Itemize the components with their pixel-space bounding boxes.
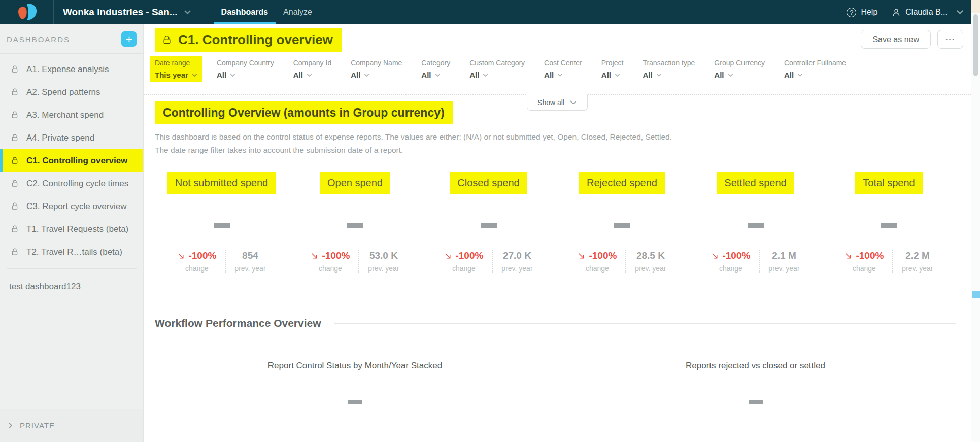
kpi-title: Total spend xyxy=(855,172,922,194)
kpi-prev-value: 28.5 K xyxy=(635,250,666,261)
sidebar-item-a4-private-spend[interactable]: A4. Private spend xyxy=(0,126,143,149)
page-title-text: C1. Controlling overview xyxy=(178,32,333,48)
sidebar-item-a1-expense-analysis[interactable]: A1. Expense analysis xyxy=(0,58,143,81)
kpi-change-label: change xyxy=(711,264,750,273)
tab-analyze[interactable]: Analyze xyxy=(276,0,320,24)
arrow-down-right-icon xyxy=(311,252,318,260)
filter-company-name[interactable]: Company Name All xyxy=(351,59,402,79)
kpi-change-label: change xyxy=(578,264,617,273)
kpi-title: Not submitted spend xyxy=(167,172,276,194)
filter-transaction-type[interactable]: Transaction type All xyxy=(643,59,695,79)
kpi-title: Open spend xyxy=(320,172,390,194)
arrow-down-right-icon xyxy=(711,252,719,260)
kpi-settled-spend: Settled spend -100% change 2.1 M prev. y… xyxy=(689,172,822,273)
sidebar-item-c1-controlling-overview[interactable]: C1. Controlling overview xyxy=(0,149,143,172)
org-selector[interactable]: Wonka Industries - San... xyxy=(54,0,200,24)
kpi-total-spend: Total spend -100% change 2.2 M prev. yea… xyxy=(822,172,956,273)
filter-date-range[interactable]: Date range This year xyxy=(150,56,202,82)
scrollbar-thumb[interactable] xyxy=(973,14,978,76)
chevron-down-icon xyxy=(364,73,369,77)
arrow-down-right-icon xyxy=(177,252,185,260)
filter-company-id[interactable]: Company Id All xyxy=(293,59,331,79)
chevron-down-icon xyxy=(557,73,563,77)
kpi-prev-value: 2.2 M xyxy=(902,250,933,261)
kpi-empty-value-placeholder xyxy=(481,223,497,228)
sidebar-private-section[interactable]: PRIVATE xyxy=(0,409,143,442)
kpi-title: Settled spend xyxy=(717,172,794,194)
sidebar-item-label: T1. Travel Requests (beta) xyxy=(26,224,128,234)
kpi-prev-label: prev. year xyxy=(635,264,666,273)
kpi-prev-label: prev. year xyxy=(902,264,933,273)
top-app-bar: Wonka Industries - San... Dashboards Ana… xyxy=(0,0,971,24)
tab-dashboards[interactable]: Dashboards xyxy=(214,0,276,24)
kpi-empty-value-placeholder xyxy=(881,223,897,228)
floating-widget-edge[interactable] xyxy=(972,291,980,298)
save-as-new-button[interactable]: Save as new xyxy=(861,30,931,49)
add-dashboard-button[interactable] xyxy=(121,31,137,47)
sidebar-item-t2-travel-details[interactable]: T2. Travel R…tails (beta) xyxy=(0,241,143,263)
filter-controller-fullname[interactable]: Controller Fullname All xyxy=(784,59,846,79)
filter-category[interactable]: Category All xyxy=(421,59,450,79)
kpi-not-submitted-spend: Not submitted spend -100% change 854 pre… xyxy=(155,172,288,273)
filter-cost-center[interactable]: Cost Center All xyxy=(544,59,582,79)
dashboard-header: C1. Controlling overview Save as new ··· xyxy=(144,24,971,57)
main-nav-tabs: Dashboards Analyze xyxy=(214,0,320,24)
show-all-filters-button[interactable]: Show all xyxy=(527,94,588,111)
user-menu[interactable]: Claudia B... xyxy=(892,8,964,17)
sidebar-item-t1-travel-requests[interactable]: T1. Travel Requests (beta) xyxy=(0,218,143,241)
kpi-prev-label: prev. year xyxy=(501,264,532,273)
sidebar-item-label: C3. Report cycle overview xyxy=(26,201,126,212)
app-logo[interactable] xyxy=(0,0,54,24)
kpi-prev-value: 53.0 K xyxy=(368,250,399,261)
chart-title: Report Control Status by Month/Year Stac… xyxy=(155,361,555,371)
kpi-title: Rejected spend xyxy=(579,172,665,194)
chevron-down-icon xyxy=(615,73,620,77)
sidebar-section-divider xyxy=(7,268,137,269)
filter-company-country[interactable]: Company Country All xyxy=(217,59,274,79)
section-divider-line xyxy=(334,323,956,324)
plus-icon xyxy=(125,35,133,44)
sidebar-title: DASHBOARDS xyxy=(7,35,70,44)
lock-icon xyxy=(11,248,19,256)
kpi-prev-value: 27.0 K xyxy=(501,250,532,261)
user-icon xyxy=(892,8,901,17)
sidebar-item-c2-controlling-cycle-times[interactable]: C2. Controlling cycle times xyxy=(0,172,143,195)
sidebar-item-label: A2. Spend patterns xyxy=(26,87,100,97)
sidebar-item-a3-merchant-spend[interactable]: A3. Merchant spend xyxy=(0,104,143,126)
lock-icon xyxy=(11,225,19,233)
sidebar-item-a2-spend-patterns[interactable]: A2. Spend patterns xyxy=(0,81,143,104)
kpi-prev-label: prev. year xyxy=(368,264,399,273)
filter-group-currency[interactable]: Group Currency All xyxy=(714,59,765,79)
sidebar-item-c3-report-cycle-overview[interactable]: C3. Report cycle overview xyxy=(0,195,143,218)
main-content: C1. Controlling overview Save as new ···… xyxy=(144,24,971,442)
topbar-right: ? Help Claudia B... xyxy=(847,0,971,24)
sidebar-item-label: C1. Controlling overview xyxy=(26,156,127,166)
sidebar-item-label: A1. Expense analysis xyxy=(26,64,109,75)
kpi-change-value: -100% xyxy=(322,250,350,261)
more-options-button[interactable]: ··· xyxy=(937,30,963,49)
filter-project[interactable]: Project All xyxy=(601,59,624,79)
workflow-charts: Report Control Status by Month/Year Stac… xyxy=(155,329,956,404)
chevron-down-icon xyxy=(230,73,235,77)
chevron-down-icon xyxy=(656,73,662,77)
arrow-down-right-icon xyxy=(578,252,585,260)
help-menu[interactable]: ? Help xyxy=(847,8,877,17)
kpi-rejected-spend: Rejected spend -100% change 28.5 K prev.… xyxy=(555,172,689,273)
kpi-prev-label: prev. year xyxy=(768,264,799,273)
description-line-1: This dashboard is based on the control s… xyxy=(155,130,956,144)
sidebar-item-test-dashboard123[interactable]: test dashboard123 xyxy=(0,275,143,298)
kpi-title: Closed spend xyxy=(450,172,527,194)
chart-title: Reports rejected vs closed or settled xyxy=(555,361,956,371)
overview-description: This dashboard is based on the control s… xyxy=(155,130,956,157)
filter-custom-category[interactable]: Custom Category All xyxy=(469,59,525,79)
kpi-open-spend: Open spend -100% change 53.0 K prev. yea… xyxy=(288,172,422,273)
sidebar-item-label: C2. Controlling cycle times xyxy=(26,179,128,189)
sidebar-item-label: A4. Private spend xyxy=(26,133,94,143)
user-name: Claudia B... xyxy=(905,8,948,17)
scrollbar-top-corner xyxy=(971,0,980,13)
arrow-down-right-icon xyxy=(444,252,452,260)
chevron-down-icon xyxy=(184,10,191,15)
chevron-down-icon xyxy=(569,100,577,105)
header-actions: Save as new ··· xyxy=(861,28,963,49)
kpi-change-label: change xyxy=(177,264,216,273)
